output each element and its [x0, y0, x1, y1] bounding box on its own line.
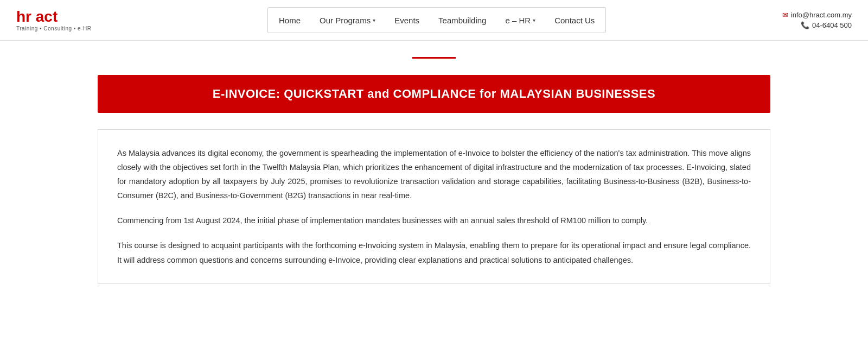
logo[interactable]: hr act Training • Consulting • e-HR	[16, 9, 91, 31]
logo-hr: hr	[16, 8, 31, 25]
main-content: E-INVOICE: QUICKSTART and COMPLIANCE for…	[87, 41, 781, 306]
contact-phone[interactable]: 📞 04-6404 500	[801, 21, 852, 29]
nav: Home Our Programs ▾ Events Teambuilding …	[91, 7, 782, 33]
email-address: info@hract.com.my	[791, 11, 852, 19]
logo-text: hr act	[16, 9, 58, 26]
nav-ehr-label: e – HR	[505, 16, 531, 25]
content-box: As Malaysia advances its digital economy…	[98, 129, 770, 284]
paragraph-3: This course is designed to acquaint part…	[117, 238, 751, 267]
nav-contact-label: Contact Us	[554, 16, 595, 25]
email-icon: ✉	[782, 11, 788, 19]
nav-events[interactable]: Events	[394, 16, 419, 25]
nav-home[interactable]: Home	[279, 16, 301, 25]
paragraph-1: As Malaysia advances its digital economy…	[117, 146, 751, 203]
contact-info: ✉ info@hract.com.my 📞 04-6404 500	[782, 11, 852, 29]
header: hr act Training • Consulting • e-HR Home…	[0, 0, 868, 41]
contact-email[interactable]: ✉ info@hract.com.my	[782, 11, 852, 19]
logo-subtitle: Training • Consulting • e-HR	[16, 26, 91, 31]
chevron-down-icon: ▾	[373, 17, 375, 23]
nav-home-label: Home	[279, 16, 301, 25]
nav-programs[interactable]: Our Programs ▾	[320, 16, 375, 25]
paragraph-2: Commencing from 1st August 2024, the ini…	[117, 213, 751, 228]
nav-bar: Home Our Programs ▾ Events Teambuilding …	[267, 7, 606, 33]
event-banner: E-INVOICE: QUICKSTART and COMPLIANCE for…	[98, 75, 770, 113]
nav-programs-label: Our Programs	[320, 16, 371, 25]
nav-events-label: Events	[394, 16, 419, 25]
nav-teambuilding-label: Teambuilding	[438, 16, 486, 25]
logo-act: act	[36, 8, 58, 25]
nav-teambuilding[interactable]: Teambuilding	[438, 16, 486, 25]
nav-contact[interactable]: Contact Us	[554, 16, 595, 25]
phone-number: 04-6404 500	[812, 21, 852, 29]
chevron-down-icon-ehr: ▾	[533, 17, 535, 23]
phone-icon: 📞	[801, 21, 809, 29]
banner-title: E-INVOICE: QUICKSTART and COMPLIANCE for…	[114, 87, 754, 101]
nav-ehr[interactable]: e – HR ▾	[505, 16, 535, 25]
red-divider	[412, 57, 456, 59]
